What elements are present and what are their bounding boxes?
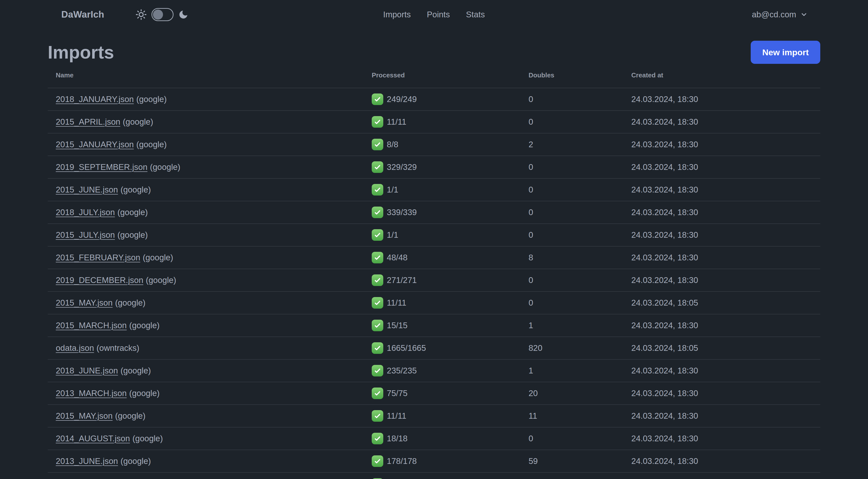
name-cell: 2013_JUNE.json(google) bbox=[48, 450, 364, 473]
doubles-cell: 0 bbox=[521, 292, 623, 314]
created-at-cell: 24.03.2024, 18:30 bbox=[623, 201, 820, 224]
name-cell: 2019_SEPTEMBER.json(google) bbox=[48, 156, 364, 178]
nav-link-imports[interactable]: Imports bbox=[383, 10, 411, 19]
processed-count: 8/8 bbox=[387, 140, 398, 149]
table-row: 2015_FEBRUARY.json(google) 48/48 8 24.03… bbox=[48, 246, 820, 269]
import-file-link[interactable]: 2018_JUNE.json bbox=[56, 366, 118, 375]
import-file-link[interactable]: 2019_SEPTEMBER.json bbox=[56, 162, 148, 172]
main-nav: Imports Points Stats bbox=[383, 10, 485, 19]
user-email: ab@cd.com bbox=[752, 10, 796, 19]
processed-count: 235/235 bbox=[387, 366, 417, 376]
import-file-link[interactable]: 2015_JUNE.json bbox=[56, 185, 118, 194]
check-icon bbox=[372, 433, 383, 444]
created-at-cell: 24.03.2024, 18:30 bbox=[623, 88, 820, 111]
import-file-link[interactable]: 2015_MARCH.json bbox=[56, 321, 127, 330]
nav-link-points[interactable]: Points bbox=[427, 10, 450, 19]
name-cell: 2015_JUNE.json(google) bbox=[48, 178, 364, 201]
import-file-link[interactable]: 2015_MAY.json bbox=[56, 411, 113, 420]
import-source: (google) bbox=[136, 140, 167, 149]
navbar-start: DaWarIch bbox=[61, 8, 189, 21]
processed-count: 1/1 bbox=[387, 230, 398, 240]
import-file-link[interactable]: 2015_JULY.json bbox=[56, 230, 115, 239]
processed-count: 75/75 bbox=[387, 389, 408, 398]
import-source: (google) bbox=[115, 298, 146, 307]
created-at-cell: 24.03.2024, 18:05 bbox=[623, 337, 820, 359]
processed-cell: 178/178 bbox=[364, 450, 520, 473]
import-source: (google) bbox=[129, 389, 159, 398]
processed-cell: 48/48 bbox=[364, 246, 520, 269]
import-file-link[interactable]: 2014_AUGUST.json bbox=[56, 434, 130, 443]
processed-cell: 11/11 bbox=[364, 111, 520, 133]
import-source: (google) bbox=[121, 185, 151, 194]
check-icon bbox=[372, 297, 383, 309]
imports-table-header: Name Processed Doubles Created at bbox=[48, 69, 820, 88]
table-row: 2015_APRIL.json(google) 11/11 0 24.03.20… bbox=[48, 111, 820, 133]
processed-count: 15/15 bbox=[387, 321, 408, 330]
check-icon bbox=[372, 342, 383, 354]
processed-cell: 75/75 bbox=[364, 382, 520, 405]
processed-cell: 8/8 bbox=[364, 133, 520, 156]
import-file-link[interactable]: 2019_DECEMBER.json bbox=[56, 275, 144, 285]
import-source: (google) bbox=[121, 456, 151, 466]
processed-count: 11/11 bbox=[387, 298, 406, 308]
import-file-link[interactable]: 2015_FEBRUARY.json bbox=[56, 253, 140, 262]
name-cell: 2015_FEBRUARY.json(google) bbox=[48, 246, 364, 269]
doubles-cell: 820 bbox=[521, 337, 623, 359]
check-icon bbox=[372, 455, 383, 467]
name-cell: 2015_MAY.json(google) bbox=[48, 292, 364, 314]
check-icon bbox=[372, 410, 383, 422]
table-row: 2018_JANUARY.json(google) 249/249 0 24.0… bbox=[48, 88, 820, 111]
name-cell: 2018_JANUARY.json(google) bbox=[48, 88, 364, 111]
import-file-link[interactable]: 2018_JULY.json bbox=[56, 208, 115, 217]
check-icon bbox=[372, 365, 383, 377]
import-file-link[interactable]: 2013_MARCH.json bbox=[56, 389, 127, 398]
new-import-button[interactable]: New import bbox=[751, 41, 820, 64]
import-file-link[interactable]: 2015_JANUARY.json bbox=[56, 140, 134, 149]
name-cell: 2013_MARCH.json(google) bbox=[48, 382, 364, 405]
table-row: odata.json(owntracks) 1665/1665 820 24.0… bbox=[48, 337, 820, 359]
import-source: (google) bbox=[117, 230, 148, 239]
created-at-cell: 24.03.2024, 18:30 bbox=[623, 246, 820, 269]
processed-cell: 11/11 bbox=[364, 292, 520, 314]
column-header-processed: Processed bbox=[364, 69, 520, 88]
user-menu[interactable]: ab@cd.com bbox=[752, 10, 808, 19]
import-file-link[interactable]: 2015_MAY.json bbox=[56, 298, 113, 307]
table-row: 2015_MAY.json(google) 11/11 0 24.03.2024… bbox=[48, 292, 820, 314]
imports-page: Imports New import Name Processed Double… bbox=[0, 41, 868, 479]
processed-cell: 249/249 bbox=[364, 88, 520, 111]
check-icon bbox=[372, 207, 383, 218]
theme-toggle-switch[interactable] bbox=[151, 8, 174, 21]
processed-cell: 15/15 bbox=[364, 314, 520, 337]
processed-count: 329/329 bbox=[387, 162, 417, 172]
check-icon bbox=[372, 252, 383, 263]
doubles-cell: 1 bbox=[521, 314, 623, 337]
sun-icon bbox=[135, 9, 147, 20]
name-cell: 2015_JANUARY.json(google) bbox=[48, 133, 364, 156]
processed-count: 11/11 bbox=[387, 411, 406, 421]
doubles-cell bbox=[521, 473, 623, 479]
import-source: (owntracks) bbox=[96, 343, 140, 353]
created-at-cell: 24.03.2024, 18:30 bbox=[623, 269, 820, 292]
doubles-cell: 1 bbox=[521, 359, 623, 382]
import-source: (google) bbox=[150, 162, 180, 172]
imports-table: Name Processed Doubles Created at 2018_J… bbox=[48, 69, 820, 479]
processed-cell: 1/1 bbox=[364, 224, 520, 246]
nav-link-stats[interactable]: Stats bbox=[466, 10, 485, 19]
processed-count: 339/339 bbox=[387, 208, 417, 217]
doubles-cell: 0 bbox=[521, 88, 623, 111]
column-header-doubles: Doubles bbox=[521, 69, 623, 88]
name-cell: 2019_DECEMBER.json(google) bbox=[48, 269, 364, 292]
import-file-link[interactable]: 2015_APRIL.json bbox=[56, 117, 120, 126]
check-icon bbox=[372, 229, 383, 241]
doubles-cell: 0 bbox=[521, 201, 623, 224]
brand-logo[interactable]: DaWarIch bbox=[61, 9, 104, 20]
import-file-link[interactable]: 2013_JUNE.json bbox=[56, 456, 118, 466]
created-at-cell: 24.03.2024, 18:30 bbox=[623, 427, 820, 450]
column-header-created-at: Created at bbox=[623, 69, 820, 88]
doubles-cell: 0 bbox=[521, 111, 623, 133]
table-row: 2013_MARCH.json(google) 75/75 20 24.03.2… bbox=[48, 382, 820, 405]
import-file-link[interactable]: odata.json bbox=[56, 343, 94, 353]
import-file-link[interactable]: 2018_JANUARY.json bbox=[56, 94, 134, 104]
doubles-cell: 11 bbox=[521, 405, 623, 427]
processed-cell: 18/18 bbox=[364, 427, 520, 450]
